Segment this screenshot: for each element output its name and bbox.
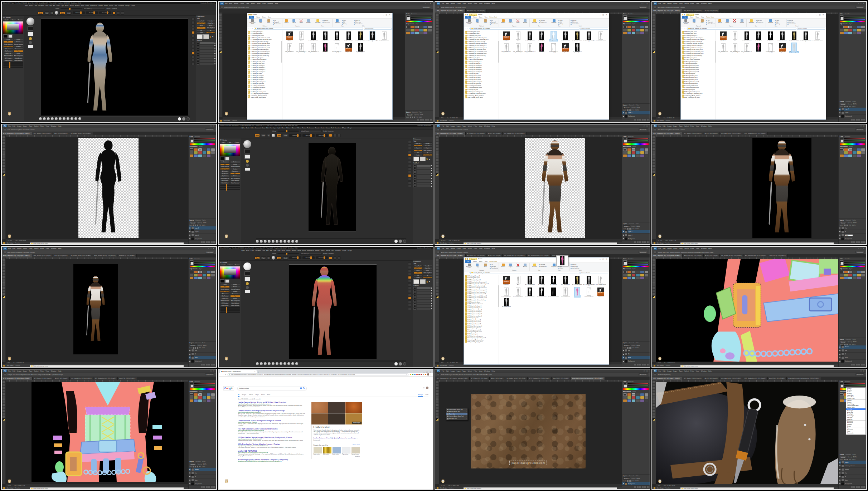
up-button[interactable]: ↑ xyxy=(252,28,253,29)
file-item[interactable]: BPR_ShadowRight.tif xyxy=(512,288,524,297)
layer-row[interactable]: Background xyxy=(189,237,216,241)
layer-row[interactable]: Layer 1 xyxy=(622,111,650,115)
document-tab[interactable]: BPR_Composite1.tif @ 25% (Layer 1, RGB/8… xyxy=(2,132,32,135)
layer-row[interactable]: Hair xyxy=(622,349,650,353)
document-tab[interactable]: BPR_Mask.tif @ 25% (Gray/8#) xyxy=(682,377,703,380)
tool-button[interactable]: Copy Tool xyxy=(206,22,215,24)
ps-toolbar[interactable] xyxy=(652,257,656,362)
file-item[interactable]: BPR_Render111.tif xyxy=(776,31,788,42)
ps-menubar[interactable]: FileEditImageLayerTypeSelectFilterViewWi… xyxy=(442,3,495,4)
tree-item[interactable]: Slider_custom_pop-up_menu xyxy=(465,97,499,99)
related-search[interactable]: Canvas texture xyxy=(351,447,360,455)
palette-button[interactable]: Cursor xyxy=(3,39,13,41)
adjustment-icons[interactable] xyxy=(405,25,433,35)
layer-row[interactable]: Gloves xyxy=(839,345,866,349)
layer-row[interactable]: Alt xyxy=(189,353,216,356)
file-item[interactable]: ren_shaded_left.tif xyxy=(500,298,512,307)
ribbon-tabs[interactable]: FileHomeShareViewPicture Tools xyxy=(464,16,609,19)
document-tab[interactable]: brown-leather-texture-background.jpg @ 2… xyxy=(571,377,605,380)
cell-ps-character-black[interactable]: PsFileEditImageLayerTypeSelectFilterView… xyxy=(651,124,867,245)
file-item[interactable]: BPR_Depth.tif xyxy=(753,31,765,42)
palette-button[interactable]: Flatten xyxy=(14,53,24,55)
file-item[interactable]: BPR_Depth.tif xyxy=(536,276,548,286)
search-input[interactable]: leather texture xyxy=(237,387,307,390)
layer-row[interactable]: leather_selection xyxy=(839,464,866,468)
window-controls[interactable]: – ▢ ✕ xyxy=(425,3,431,4)
panel-link[interactable]: Leather Textures - Free High Quality Tex… xyxy=(314,437,360,439)
window-controls[interactable]: – ▢ ✕ xyxy=(383,14,391,16)
document-canvas[interactable] xyxy=(78,138,139,238)
document-tab[interactable]: BPR_Mask.tif @ 25% (Gray/8#) xyxy=(466,132,486,135)
file-item[interactable]: BPR_Render111.tif xyxy=(559,276,571,286)
cell-ps-silhouette[interactable]: PsFileEditImageLayerTypeSelectFilterView… xyxy=(1,124,217,245)
file-item[interactable]: BPR_ShadowLeft.tif xyxy=(500,288,512,297)
document-tab[interactable]: A0.tif @ 50% (Gray/8#) xyxy=(53,254,69,257)
zbrush-top-shelf[interactable]: MrgbRgbM ZaddZsub Z Intensity 25Focal Sh… xyxy=(2,10,216,16)
file-item[interactable]: BPR_ShadowLift.tif xyxy=(559,288,571,297)
search-result[interactable]: Leather Material Texture: Background Ima… xyxy=(238,420,306,426)
color-spectrum[interactable] xyxy=(406,21,432,22)
cell-ps-leather-closeup[interactable]: PsFileEditImageLayerTypeSelectFilterView… xyxy=(651,369,867,490)
file-item[interactable]: BPR_Mask.tif xyxy=(765,31,776,42)
tree-item[interactable]: Slider_custom_pop-up_menu xyxy=(465,341,499,343)
file-item[interactable]: BPR_ShadowFront2.tif xyxy=(307,43,319,53)
file-item[interactable]: A0.tif xyxy=(512,276,524,286)
cell-ps-character-small[interactable]: PsFileEditImageLayerTypeSelectFilterView… xyxy=(1,246,217,368)
browser-tab[interactable]: leather texture - Google Search✕ xyxy=(220,370,257,373)
palette-button[interactable]: Global Ambient xyxy=(14,57,24,59)
palette-button[interactable]: AOcclusion xyxy=(3,48,13,50)
edit-button[interactable] xyxy=(112,11,116,15)
layer-row[interactable]: Layer 2 xyxy=(189,230,216,234)
file-item[interactable]: BPR_ShadowLeft.tif xyxy=(717,43,729,53)
palette-button[interactable]: Best xyxy=(3,41,13,43)
layer-row[interactable]: Gloves xyxy=(839,468,866,471)
back-button[interactable]: ← xyxy=(220,374,222,375)
file-item[interactable]: BPR_Render111.tif xyxy=(343,31,355,42)
layer-row[interactable]: Background xyxy=(839,482,866,486)
blend-mode-select[interactable]: Normal xyxy=(406,114,413,116)
workspace-switcher[interactable]: Essentials xyxy=(422,6,431,9)
document-tab[interactable]: down.PSD @ 25% (RGB/8#) xyxy=(768,254,787,257)
file-item[interactable]: BPR_ShadowFront.tif xyxy=(595,31,607,42)
tool-thumbnails[interactable]: S★ xyxy=(197,34,215,39)
layer-row[interactable]: Alt xyxy=(839,353,866,356)
document-canvas[interactable] xyxy=(752,138,811,238)
document-tab[interactable]: BPR_Mask.tif @ 25% (Gray/... xyxy=(470,377,490,380)
palette-button[interactable]: Preview xyxy=(14,41,24,43)
file-item[interactable]: BPR_Mask.tif xyxy=(331,31,343,42)
document-tab[interactable]: A0.tif @ 50% (Gray/8#) xyxy=(53,377,69,380)
file-item[interactable]: PROJECT3.5proj.ZPR xyxy=(500,276,512,286)
file-item[interactable]: PROJECT3.5proj.ZPR xyxy=(284,31,296,42)
color-picker[interactable] xyxy=(3,21,23,34)
file-item[interactable]: ren_shaded_left.tif xyxy=(355,43,367,53)
document-tab[interactable]: down.PSD @ 25% (RGB/8#) xyxy=(768,377,787,380)
cell-ps-character-checker[interactable]: PsFileEditImageLayerTypeSelectFilterView… xyxy=(435,124,650,245)
document-tab[interactable]: BPR_Composite1.tif @ 25% (Layer 1, RGB/8… xyxy=(652,9,683,13)
file-item[interactable]: BPR_ShadowWhole.tif xyxy=(548,288,559,297)
google-logo[interactable]: Google xyxy=(223,386,234,391)
file-item[interactable]: down.PSD xyxy=(319,43,331,53)
palette-button[interactable]: Global Specular xyxy=(14,59,24,62)
layer-row[interactable]: Background xyxy=(189,360,216,363)
file-item[interactable]: PROJECT3.5proj.ZPR xyxy=(717,31,729,42)
material-sphere-icon[interactable] xyxy=(26,18,34,25)
layer-row[interactable]: Layer 1 xyxy=(839,461,866,464)
document-tab[interactable]: BPR_Composite1.tif @ 50% (Layer 1, RGB/8… xyxy=(652,377,683,380)
document-tab[interactable]: BPR_Composite1.tif @ 25% (Layer 1, RGB/8… xyxy=(2,254,32,257)
file-item[interactable]: down.PSD xyxy=(536,43,548,53)
taskbar-explorer-item[interactable]: Slide custom pop-up menu xyxy=(30,242,184,244)
document-tab[interactable]: BPR_ShadowLeft.tif @ 25% (Gray/8#) xyxy=(93,254,118,257)
document-tab[interactable]: BPR_Mask.tif @ 25% (Gray/8#) xyxy=(466,9,486,13)
file-item[interactable]: BPR_RenderShadRight.tif xyxy=(583,276,595,286)
ps-toolbar[interactable] xyxy=(652,380,656,485)
document-tab[interactable]: ren_shaded_left.tif @ 50% (RGB/8#) xyxy=(70,377,93,380)
document-tab[interactable]: ren_shaded_left.tif @ 50% (RGB/8#) xyxy=(69,132,93,135)
layer-row[interactable]: Gloves xyxy=(189,468,216,471)
file-item[interactable]: BPR_ShadowRight.tif xyxy=(512,43,524,53)
ps-toolbar[interactable] xyxy=(435,13,439,117)
ps-toolbar[interactable] xyxy=(2,135,6,240)
ribbon-tabs[interactable]: FileHomeShareView xyxy=(247,16,392,19)
file-item[interactable]: PROJECTrend_3k.ZPR xyxy=(595,288,607,297)
zbrush-right-icon-strip[interactable] xyxy=(191,18,195,116)
layer-row[interactable]: Hair xyxy=(839,471,866,475)
